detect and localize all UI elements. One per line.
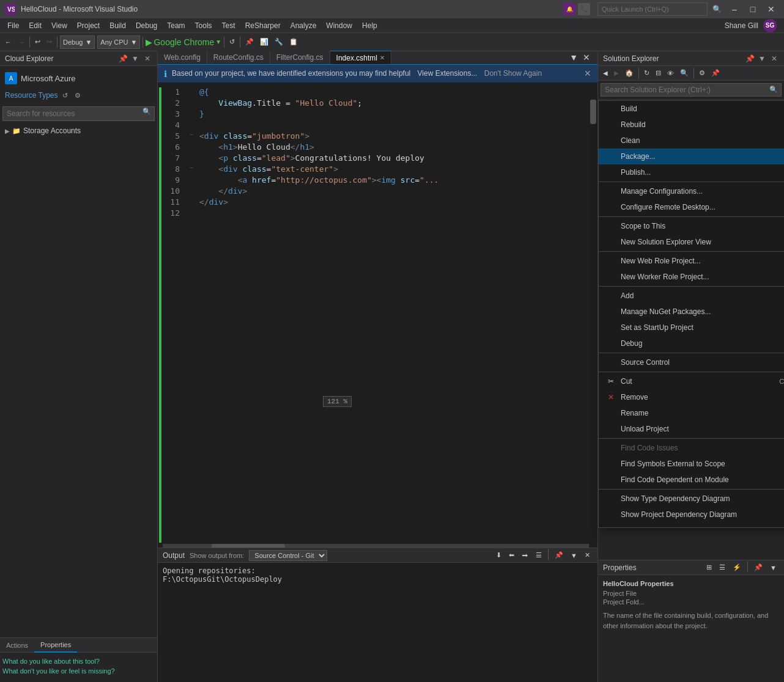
vertical-scrollbar[interactable] xyxy=(589,87,597,543)
sol-close-icon[interactable]: ✕ xyxy=(769,54,779,64)
sol-filter-btn[interactable]: 🔍 xyxy=(678,67,691,80)
sol-sync-btn[interactable]: ↻ xyxy=(642,67,652,80)
resource-types-label[interactable]: Resource Types xyxy=(5,91,58,100)
code-editor[interactable]: 1 @{ 2 ViewBag.Title = "Hello Cloud"; 3 xyxy=(158,82,597,548)
forward-button[interactable]: → xyxy=(15,35,27,49)
pin-icon[interactable]: 📌 xyxy=(118,54,128,64)
tab-webconfig[interactable]: Web.config xyxy=(158,51,207,64)
notification-close-icon[interactable]: ✕ xyxy=(584,68,591,78)
sol-pin2-btn[interactable]: 📌 xyxy=(709,67,722,80)
toolbar-btn-2[interactable]: 📊 xyxy=(257,35,271,49)
output-arrow-icon[interactable]: ▼ xyxy=(568,549,580,562)
undo-button[interactable]: ↩ xyxy=(32,35,43,49)
ctx-rebuild[interactable]: Rebuild xyxy=(599,117,784,133)
settings-resources-icon[interactable]: ⚙ xyxy=(73,90,83,100)
sol-pin-icon[interactable]: 📌 xyxy=(745,54,755,64)
refresh-resources-icon[interactable]: ↺ xyxy=(61,90,70,100)
toolbar-btn-1[interactable]: 📌 xyxy=(243,35,256,49)
menu-analyze[interactable]: Analyze xyxy=(286,18,322,33)
maximize-button[interactable]: □ xyxy=(745,3,761,15)
menu-resharper[interactable]: ReSharper xyxy=(240,18,286,33)
platform-dropdown[interactable]: Any CPU ▼ xyxy=(97,35,140,49)
sol-arrow-icon[interactable]: ▼ xyxy=(757,54,767,64)
prop-icon1[interactable]: ⊞ xyxy=(704,561,714,574)
ctx-manage-nuget[interactable]: Manage NuGet Packages... xyxy=(599,304,784,320)
ctx-rename[interactable]: Rename xyxy=(599,405,784,421)
close-all-tabs-button[interactable]: ✕ xyxy=(580,51,593,64)
menu-build[interactable]: Build xyxy=(105,18,131,33)
sol-collapse-btn[interactable]: ⊟ xyxy=(653,67,664,80)
search-resources-input[interactable] xyxy=(2,106,155,121)
output-source-dropdown[interactable]: Source Control - Git xyxy=(249,550,327,561)
ctx-new-worker-role[interactable]: New Worker Role Project... xyxy=(599,269,784,285)
output-close-icon[interactable]: ✕ xyxy=(582,549,593,562)
back-button[interactable]: ← xyxy=(2,35,14,49)
redo-button[interactable]: ↪ xyxy=(44,35,54,49)
ctx-proj-hier[interactable]: Show Project Hierarchy xyxy=(599,522,784,528)
sol-show-all-btn[interactable]: 👁 xyxy=(665,67,676,80)
ctx-find-dependent[interactable]: Find Code Dependent on Module xyxy=(599,472,784,488)
storage-accounts-item[interactable]: ▶ 📁 Storage Accounts xyxy=(2,125,155,137)
sol-forward-btn[interactable]: ▶ xyxy=(612,67,621,80)
menu-team[interactable]: Team xyxy=(162,18,190,33)
output-btn-3[interactable]: ⮕ xyxy=(519,549,531,562)
ctx-unload[interactable]: Unload Project xyxy=(599,421,784,437)
toolbar-btn-4[interactable]: 📋 xyxy=(287,35,300,49)
dont-show-link[interactable]: Don't Show Again xyxy=(484,69,542,78)
output-pin-icon[interactable]: 📌 xyxy=(552,549,566,562)
debug-config-dropdown[interactable]: Debug ▼ xyxy=(60,35,95,49)
ctx-new-web-role[interactable]: New Web Role Project... xyxy=(599,253,784,269)
menu-test[interactable]: Test xyxy=(217,18,240,33)
menu-file[interactable]: File xyxy=(2,18,24,33)
ctx-set-startup[interactable]: Set as StartUp Project xyxy=(599,320,784,336)
ctx-add[interactable]: Add ▶ xyxy=(599,288,784,304)
notification-link[interactable]: View Extensions... xyxy=(418,69,478,78)
sol-back-btn[interactable]: ◀ xyxy=(601,67,610,80)
output-btn-4[interactable]: ☰ xyxy=(533,549,544,562)
ctx-build[interactable]: Build xyxy=(599,101,784,117)
question-2[interactable]: What don't you like or feel is missing? xyxy=(2,667,155,675)
new-tab-button[interactable]: ▼ xyxy=(567,51,580,64)
prop-icon2[interactable]: ☰ xyxy=(717,561,728,574)
ctx-new-sol-view[interactable]: New Solution Explorer View xyxy=(599,234,784,250)
close-button[interactable]: ✕ xyxy=(763,3,779,15)
menu-debug[interactable]: Debug xyxy=(131,18,162,33)
sol-search-input[interactable] xyxy=(601,83,782,97)
output-btn-2[interactable]: ⬅ xyxy=(506,549,517,562)
actions-tab[interactable]: Actions xyxy=(0,638,34,653)
menu-window[interactable]: Window xyxy=(321,18,357,33)
menu-project[interactable]: Project xyxy=(72,18,105,33)
menu-view[interactable]: View xyxy=(46,18,72,33)
ctx-proj-dep[interactable]: Show Project Dependency Diagram xyxy=(599,507,784,522)
refresh-button[interactable]: ↺ xyxy=(227,35,237,49)
ctx-cut[interactable]: ✂ Cut Ctrl+X xyxy=(599,373,784,389)
start-button[interactable]: ▶ Google Chrome ▼ xyxy=(146,37,221,47)
ctx-publish[interactable]: Publish... xyxy=(599,164,784,180)
ctx-clean[interactable]: Clean xyxy=(599,133,784,148)
ctx-remove[interactable]: ✕ Remove Del xyxy=(599,389,784,405)
sol-settings-btn[interactable]: ⚙ xyxy=(697,67,708,80)
prop-pin-icon[interactable]: 📌 xyxy=(752,561,765,574)
menu-edit[interactable]: Edit xyxy=(24,18,46,33)
panel-arrow-icon[interactable]: ▼ xyxy=(130,54,140,64)
prop-arrow-icon[interactable]: ▼ xyxy=(767,561,779,574)
horizontal-scrollbar[interactable] xyxy=(163,544,589,548)
tab-filterconfig[interactable]: FilterConfig.cs xyxy=(270,51,330,64)
fold-btn-8[interactable]: − xyxy=(190,164,199,175)
toolbar-btn-3[interactable]: 🔧 xyxy=(272,35,286,49)
ctx-type-dep[interactable]: Show Type Dependency Diagram xyxy=(599,491,784,507)
ctx-debug[interactable]: Debug ▶ xyxy=(599,336,784,351)
fold-btn-5[interactable]: − xyxy=(190,131,199,142)
question-1[interactable]: What do you like about this tool? xyxy=(2,658,155,665)
ctx-package[interactable]: Package... xyxy=(599,148,784,164)
tab-indexcshtml[interactable]: Index.cshtml ✕ xyxy=(330,51,391,64)
tab-routeconfig[interactable]: RouteConfig.cs xyxy=(207,51,270,64)
minimize-button[interactable]: – xyxy=(727,3,742,15)
menu-tools[interactable]: Tools xyxy=(190,18,217,33)
output-btn-1[interactable]: ⬇ xyxy=(494,549,504,562)
ctx-find-symbols[interactable]: Find Symbols External to Scope xyxy=(599,456,784,472)
prop-icon3[interactable]: ⚡ xyxy=(730,561,744,574)
properties-tab[interactable]: Properties xyxy=(34,638,77,653)
ctx-configure-remote[interactable]: Configure Remote Desktop... xyxy=(599,199,784,215)
output-scrollbar-h[interactable] xyxy=(158,675,597,682)
